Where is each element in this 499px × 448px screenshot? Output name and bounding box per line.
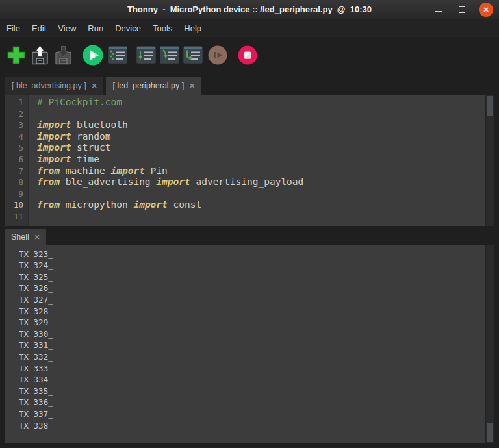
- window-title: Thonny - MicroPython device :: /led_peri…: [0, 5, 499, 14]
- code-line: import time: [37, 154, 494, 166]
- line-number: 5: [5, 142, 28, 154]
- code-line: # PiCockpit.com: [37, 97, 494, 108]
- toolbar: [0, 37, 499, 73]
- tab-label: [ ble_advertising.py ]: [12, 81, 86, 90]
- menu-edit[interactable]: Edit: [26, 20, 52, 36]
- maximize-icon: [459, 6, 465, 13]
- line-number-gutter: 1234567891011: [5, 95, 29, 226]
- line-number: 8: [5, 177, 28, 188]
- main-content: [ ble_advertising.py ] ✕ [ led_periphera…: [0, 73, 499, 448]
- open-file-button[interactable]: [29, 42, 51, 68]
- tab-ble-advertising[interactable]: [ ble_advertising.py ] ✕: [5, 77, 103, 95]
- shell-line: TX 329_: [19, 317, 494, 329]
- editor-scrollbar-thumb[interactable]: [487, 96, 493, 116]
- shell-line: TX 330_: [19, 329, 494, 340]
- shell-line: TX 326_: [19, 282, 494, 294]
- shell-line: TX 325_: [19, 271, 494, 283]
- close-shell-tab-icon[interactable]: ✕: [34, 233, 40, 241]
- save-file-icon: [55, 45, 72, 65]
- resume-icon: [208, 45, 227, 65]
- step-out-icon: [183, 46, 203, 64]
- tab-led-peripheral[interactable]: [ led_peripheral.py ] ✕: [106, 77, 201, 95]
- shell-line: TX 328_: [19, 306, 494, 317]
- code-line: import random: [37, 131, 494, 143]
- debug-icon: [108, 46, 127, 64]
- line-number: 9: [5, 188, 28, 200]
- menu-device[interactable]: Device: [109, 20, 147, 36]
- play-icon: [83, 45, 103, 66]
- code-area[interactable]: # PiCockpit.comimport bluetoothimport ra…: [29, 95, 494, 226]
- shell-line: TX 324_: [19, 260, 494, 271]
- line-number: 10: [5, 199, 28, 211]
- code-editor[interactable]: 1234567891011 # PiCockpit.comimport blue…: [5, 95, 494, 226]
- line-number: 2: [5, 108, 28, 120]
- save-file-button[interactable]: [52, 42, 74, 68]
- run-script-button[interactable]: [82, 42, 104, 68]
- minimize-icon: [435, 11, 442, 12]
- line-number: 11: [5, 211, 28, 223]
- editor-scrollbar[interactable]: [485, 95, 494, 226]
- line-number: 4: [5, 131, 28, 143]
- shell-scrollbar-thumb[interactable]: [487, 423, 493, 442]
- shell-line: TX 331_: [19, 340, 494, 351]
- code-line: import bluetooth: [37, 119, 494, 131]
- titlebar: Thonny - MicroPython device :: /led_peri…: [0, 0, 499, 19]
- close-button[interactable]: ✕: [478, 2, 494, 18]
- tab-label: Shell: [11, 232, 29, 242]
- shell-line: TX 338_: [19, 420, 494, 432]
- code-line: import struct: [37, 142, 494, 154]
- shell-line: TX 335_: [19, 386, 494, 397]
- shell-line: TX 333_: [19, 363, 494, 375]
- line-number: 3: [5, 119, 28, 131]
- shell-line: TX 332_: [19, 351, 494, 363]
- code-line: [37, 211, 494, 223]
- stop-restart-button[interactable]: [237, 42, 259, 68]
- shell-tabbar: Shell ✕: [5, 229, 494, 245]
- shell-lines: TX 322_TX 323_TX 324_TX 325_TX 326_TX 32…: [5, 245, 494, 443]
- new-file-button[interactable]: [5, 42, 27, 68]
- line-number: 6: [5, 154, 28, 166]
- step-into-button[interactable]: [159, 42, 181, 68]
- line-number: 1: [5, 97, 28, 108]
- step-over-button[interactable]: [135, 42, 157, 68]
- stop-icon: [238, 45, 257, 65]
- shell-line: TX 336_: [19, 397, 494, 408]
- code-line: from ble_advertising import advertising_…: [37, 177, 494, 188]
- maximize-button[interactable]: [454, 2, 470, 18]
- open-file-icon: [31, 45, 49, 65]
- minimize-button[interactable]: [430, 2, 446, 18]
- step-out-button[interactable]: [182, 42, 204, 68]
- menu-tools[interactable]: Tools: [147, 20, 178, 36]
- window-controls: ✕: [430, 0, 494, 19]
- menubar: FileEditViewRunDeviceToolsHelp: [0, 19, 499, 37]
- shell-line: TX 323_: [19, 249, 494, 260]
- menu-file[interactable]: File: [1, 20, 26, 36]
- resume-button[interactable]: [207, 42, 229, 68]
- code-line: [37, 108, 494, 120]
- step-into-icon: [160, 46, 179, 64]
- shell-line: TX 334_: [19, 374, 494, 386]
- shell-output[interactable]: TX 322_TX 323_TX 324_TX 325_TX 326_TX 32…: [5, 245, 494, 443]
- code-line: [37, 188, 494, 200]
- line-number: 7: [5, 166, 28, 177]
- editor-tabbar: [ ble_advertising.py ] ✕ [ led_periphera…: [5, 77, 494, 95]
- close-icon: ✕: [479, 3, 493, 17]
- code-line: from machine import Pin: [37, 166, 494, 177]
- close-tab-icon[interactable]: ✕: [92, 82, 97, 90]
- close-tab-icon[interactable]: ✕: [189, 82, 195, 90]
- code-line: from micropython import const: [37, 199, 494, 211]
- thonny-window: Thonny - MicroPython device :: /led_peri…: [0, 0, 499, 448]
- menu-help[interactable]: Help: [178, 20, 207, 36]
- menu-view[interactable]: View: [52, 20, 82, 36]
- tab-label: [ led_peripheral.py ]: [112, 81, 184, 90]
- shell-scrollbar[interactable]: [485, 245, 494, 443]
- shell-line: TX 337_: [19, 408, 494, 420]
- shell-line: TX 327_: [19, 294, 494, 306]
- debug-script-button[interactable]: [107, 42, 129, 68]
- plus-icon: [6, 45, 26, 65]
- step-over-icon: [136, 46, 156, 64]
- tab-shell[interactable]: Shell ✕: [5, 229, 46, 245]
- menu-run[interactable]: Run: [82, 20, 109, 36]
